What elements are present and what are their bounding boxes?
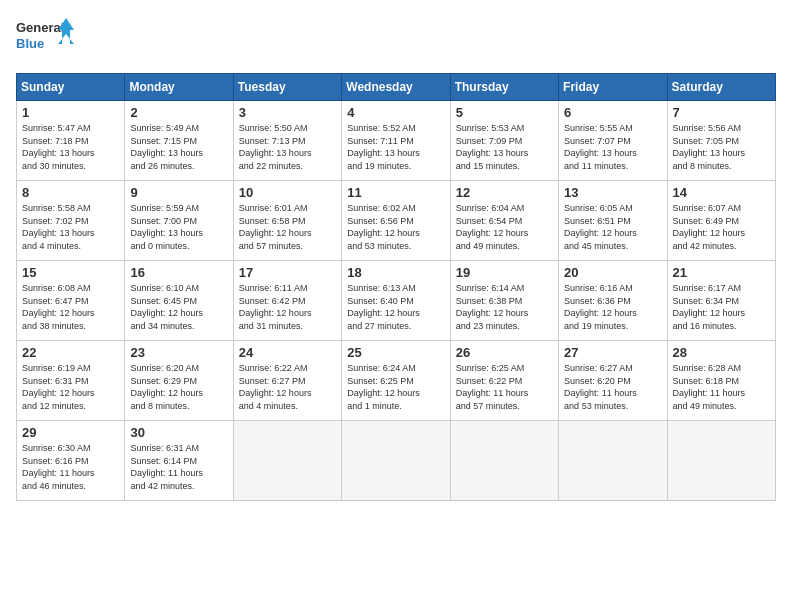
day-number: 16	[130, 265, 227, 280]
calendar-day-30: 30Sunrise: 6:31 AMSunset: 6:14 PMDayligh…	[125, 421, 233, 501]
calendar-day-4: 4Sunrise: 5:52 AMSunset: 7:11 PMDaylight…	[342, 101, 450, 181]
day-info: Sunrise: 6:10 AMSunset: 6:45 PMDaylight:…	[130, 283, 203, 331]
day-info: Sunrise: 6:16 AMSunset: 6:36 PMDaylight:…	[564, 283, 637, 331]
day-info: Sunrise: 5:59 AMSunset: 7:00 PMDaylight:…	[130, 203, 203, 251]
column-header-saturday: Saturday	[667, 74, 775, 101]
day-info: Sunrise: 6:22 AMSunset: 6:27 PMDaylight:…	[239, 363, 312, 411]
day-info: Sunrise: 5:53 AMSunset: 7:09 PMDaylight:…	[456, 123, 529, 171]
day-info: Sunrise: 6:04 AMSunset: 6:54 PMDaylight:…	[456, 203, 529, 251]
day-info: Sunrise: 5:47 AMSunset: 7:18 PMDaylight:…	[22, 123, 95, 171]
day-info: Sunrise: 5:58 AMSunset: 7:02 PMDaylight:…	[22, 203, 95, 251]
day-number: 27	[564, 345, 661, 360]
calendar-table: SundayMondayTuesdayWednesdayThursdayFrid…	[16, 73, 776, 501]
calendar-day-25: 25Sunrise: 6:24 AMSunset: 6:25 PMDayligh…	[342, 341, 450, 421]
day-number: 12	[456, 185, 553, 200]
day-info: Sunrise: 6:07 AMSunset: 6:49 PMDaylight:…	[673, 203, 746, 251]
day-number: 7	[673, 105, 770, 120]
calendar-day-18: 18Sunrise: 6:13 AMSunset: 6:40 PMDayligh…	[342, 261, 450, 341]
day-number: 9	[130, 185, 227, 200]
day-number: 22	[22, 345, 119, 360]
day-number: 2	[130, 105, 227, 120]
calendar-week-3: 15Sunrise: 6:08 AMSunset: 6:47 PMDayligh…	[17, 261, 776, 341]
calendar-day-17: 17Sunrise: 6:11 AMSunset: 6:42 PMDayligh…	[233, 261, 341, 341]
day-info: Sunrise: 6:08 AMSunset: 6:47 PMDaylight:…	[22, 283, 95, 331]
day-number: 20	[564, 265, 661, 280]
calendar-day-22: 22Sunrise: 6:19 AMSunset: 6:31 PMDayligh…	[17, 341, 125, 421]
calendar-day-27: 27Sunrise: 6:27 AMSunset: 6:20 PMDayligh…	[559, 341, 667, 421]
calendar-day-26: 26Sunrise: 6:25 AMSunset: 6:22 PMDayligh…	[450, 341, 558, 421]
logo-svg: General Blue	[16, 16, 76, 61]
calendar-day-7: 7Sunrise: 5:56 AMSunset: 7:05 PMDaylight…	[667, 101, 775, 181]
day-number: 17	[239, 265, 336, 280]
day-info: Sunrise: 5:56 AMSunset: 7:05 PMDaylight:…	[673, 123, 746, 171]
day-number: 28	[673, 345, 770, 360]
day-number: 29	[22, 425, 119, 440]
day-number: 15	[22, 265, 119, 280]
calendar-day-8: 8Sunrise: 5:58 AMSunset: 7:02 PMDaylight…	[17, 181, 125, 261]
day-number: 23	[130, 345, 227, 360]
day-info: Sunrise: 6:19 AMSunset: 6:31 PMDaylight:…	[22, 363, 95, 411]
calendar-day-2: 2Sunrise: 5:49 AMSunset: 7:15 PMDaylight…	[125, 101, 233, 181]
calendar-day-13: 13Sunrise: 6:05 AMSunset: 6:51 PMDayligh…	[559, 181, 667, 261]
column-header-friday: Friday	[559, 74, 667, 101]
day-number: 6	[564, 105, 661, 120]
page-header: General Blue	[16, 16, 776, 65]
calendar-day-19: 19Sunrise: 6:14 AMSunset: 6:38 PMDayligh…	[450, 261, 558, 341]
column-header-sunday: Sunday	[17, 74, 125, 101]
calendar-day-6: 6Sunrise: 5:55 AMSunset: 7:07 PMDaylight…	[559, 101, 667, 181]
calendar-day-empty	[233, 421, 341, 501]
calendar-day-14: 14Sunrise: 6:07 AMSunset: 6:49 PMDayligh…	[667, 181, 775, 261]
day-number: 30	[130, 425, 227, 440]
day-info: Sunrise: 6:27 AMSunset: 6:20 PMDaylight:…	[564, 363, 637, 411]
day-info: Sunrise: 6:05 AMSunset: 6:51 PMDaylight:…	[564, 203, 637, 251]
day-info: Sunrise: 6:20 AMSunset: 6:29 PMDaylight:…	[130, 363, 203, 411]
day-number: 26	[456, 345, 553, 360]
day-info: Sunrise: 6:14 AMSunset: 6:38 PMDaylight:…	[456, 283, 529, 331]
calendar-day-28: 28Sunrise: 6:28 AMSunset: 6:18 PMDayligh…	[667, 341, 775, 421]
calendar-day-9: 9Sunrise: 5:59 AMSunset: 7:00 PMDaylight…	[125, 181, 233, 261]
day-number: 10	[239, 185, 336, 200]
day-number: 21	[673, 265, 770, 280]
calendar-day-empty	[667, 421, 775, 501]
calendar-week-2: 8Sunrise: 5:58 AMSunset: 7:02 PMDaylight…	[17, 181, 776, 261]
day-number: 5	[456, 105, 553, 120]
day-info: Sunrise: 5:55 AMSunset: 7:07 PMDaylight:…	[564, 123, 637, 171]
logo: General Blue	[16, 16, 76, 65]
day-info: Sunrise: 5:52 AMSunset: 7:11 PMDaylight:…	[347, 123, 420, 171]
calendar-day-20: 20Sunrise: 6:16 AMSunset: 6:36 PMDayligh…	[559, 261, 667, 341]
calendar-day-5: 5Sunrise: 5:53 AMSunset: 7:09 PMDaylight…	[450, 101, 558, 181]
day-number: 3	[239, 105, 336, 120]
day-number: 13	[564, 185, 661, 200]
calendar-day-empty	[559, 421, 667, 501]
calendar-day-23: 23Sunrise: 6:20 AMSunset: 6:29 PMDayligh…	[125, 341, 233, 421]
day-number: 24	[239, 345, 336, 360]
calendar-week-5: 29Sunrise: 6:30 AMSunset: 6:16 PMDayligh…	[17, 421, 776, 501]
day-number: 19	[456, 265, 553, 280]
calendar-day-11: 11Sunrise: 6:02 AMSunset: 6:56 PMDayligh…	[342, 181, 450, 261]
day-number: 1	[22, 105, 119, 120]
calendar-day-21: 21Sunrise: 6:17 AMSunset: 6:34 PMDayligh…	[667, 261, 775, 341]
calendar-day-3: 3Sunrise: 5:50 AMSunset: 7:13 PMDaylight…	[233, 101, 341, 181]
day-info: Sunrise: 6:30 AMSunset: 6:16 PMDaylight:…	[22, 443, 95, 491]
calendar-week-1: 1Sunrise: 5:47 AMSunset: 7:18 PMDaylight…	[17, 101, 776, 181]
day-info: Sunrise: 5:49 AMSunset: 7:15 PMDaylight:…	[130, 123, 203, 171]
column-header-wednesday: Wednesday	[342, 74, 450, 101]
day-number: 11	[347, 185, 444, 200]
calendar-day-16: 16Sunrise: 6:10 AMSunset: 6:45 PMDayligh…	[125, 261, 233, 341]
calendar-day-15: 15Sunrise: 6:08 AMSunset: 6:47 PMDayligh…	[17, 261, 125, 341]
calendar-day-1: 1Sunrise: 5:47 AMSunset: 7:18 PMDaylight…	[17, 101, 125, 181]
svg-text:General: General	[16, 20, 64, 35]
calendar-week-4: 22Sunrise: 6:19 AMSunset: 6:31 PMDayligh…	[17, 341, 776, 421]
day-info: Sunrise: 6:13 AMSunset: 6:40 PMDaylight:…	[347, 283, 420, 331]
day-info: Sunrise: 6:11 AMSunset: 6:42 PMDaylight:…	[239, 283, 312, 331]
day-info: Sunrise: 6:28 AMSunset: 6:18 PMDaylight:…	[673, 363, 746, 411]
day-number: 25	[347, 345, 444, 360]
svg-text:Blue: Blue	[16, 36, 44, 51]
day-info: Sunrise: 6:01 AMSunset: 6:58 PMDaylight:…	[239, 203, 312, 251]
day-info: Sunrise: 6:02 AMSunset: 6:56 PMDaylight:…	[347, 203, 420, 251]
calendar-day-empty	[342, 421, 450, 501]
day-number: 18	[347, 265, 444, 280]
day-info: Sunrise: 6:17 AMSunset: 6:34 PMDaylight:…	[673, 283, 746, 331]
day-number: 14	[673, 185, 770, 200]
column-header-monday: Monday	[125, 74, 233, 101]
